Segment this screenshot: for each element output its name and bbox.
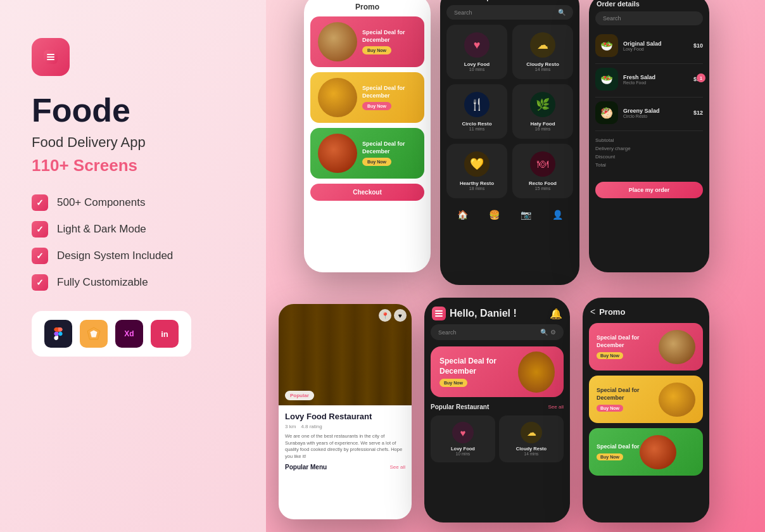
discount-row: Discount [595,154,703,160]
check-icon-1 [32,194,48,211]
lovy-food-name: Lovy Food [452,61,502,67]
phone2-search-text: Search [454,10,472,16]
screens-area: Promo Special Deal for December Buy Now … [266,0,765,532]
restaurant-card-recto[interactable]: 🍽 Recto Food 15 mins [512,144,573,198]
restaurant-photo: 📍 ♥ Popular [279,304,412,405]
check-icon-2 [32,221,48,238]
back-arrow-icon[interactable]: < [590,307,595,317]
check-icon-3 [32,248,48,264]
filter-icon-phone5[interactable]: ⚙ [550,329,556,336]
popular-restaurant-section: Popular Restaurant See all ♥ Lovy Food 1… [424,403,570,462]
app-tagline: Food Delivery App [32,134,234,151]
promo1-buy-btn[interactable]: Buy Now [362,46,391,54]
restaurant-card-hearthy[interactable]: 💛 Hearthy Resto 18 mins [446,144,507,198]
promo2-buy-btn[interactable]: Buy Now [362,102,391,110]
dark-promo2-text: Special Deal for December [597,387,659,402]
cloudy-mini-time: 14 mins [504,452,559,456]
feature-item-4: Fully Customizable [32,274,234,291]
promo3-buy-btn[interactable]: Buy Now [362,158,391,166]
notification-bell-icon[interactable]: 🔔 [550,308,562,320]
greeny-salad-info: Greeny Salad Circlo Resto [623,108,693,118]
popular-restaurant-title: Popular Restaurant [431,403,489,410]
checkout-button[interactable]: Checkout [310,184,424,201]
dark-promo-card-red: Special Deal for December Buy Now [589,323,703,370]
order-item-1: 🥗 Original Salad Lovy Food $10 [589,30,709,61]
recto-food-time: 15 mins [517,186,568,191]
lovy-mini-name: Lovy Food [436,446,490,452]
dark-promo-card-green: Special Deal for Buy Now [589,428,703,476]
see-all-popular-link[interactable]: See all [548,404,564,410]
fresh-salad-icon: 🥗 [595,68,618,91]
phone-home-daniel: Hello, Daniel ! 🔔 Search 🔍 ⚙ Special Dea… [424,298,570,522]
location-icon: 📍 [379,309,391,322]
restaurant-meta: 3 km 4.8 rating [285,424,405,429]
phone1-title: Promo [310,0,424,11]
phone-popular-restaurant: Popular Restaurant Search 🔍 ♥ Lovy Food … [440,0,579,285]
hearthy-resto-name: Hearthy Resto [452,180,502,186]
hearthy-resto-time: 18 mins [452,186,502,191]
phone5-search-text: Search [438,329,457,336]
restaurant-grid: ♥ Lovy Food 10 mins ☁ Cloudy Resto 14 mi… [440,25,579,198]
promo-card-red: Special Deal for December Buy Now [310,16,424,67]
mini-card-lovy[interactable]: ♥ Lovy Food 10 mins [431,415,495,462]
menu-icon-phone5[interactable] [432,307,446,320]
haty-food-name: Haty Food [517,121,568,127]
dark-promo2-food-image [659,383,695,417]
phone-restaurant-detail: 📍 ♥ Popular Lovy Food Restaurant 3 km 4.… [279,304,412,519]
phone3-search-bar[interactable]: Search [595,11,703,25]
popular-menu-title: Popular Menu [285,464,327,471]
dark-promo3-food-image [640,435,676,469]
promo-banner-button[interactable]: Buy Now [439,379,467,387]
phone-order-details: Order details Search 🥗 Original Salad Lo… [589,0,709,272]
phone-promo-list: Promo Special Deal for December Buy Now … [304,0,431,272]
circlo-resto-icon: 🍴 [464,92,490,117]
phone2-search-bar[interactable]: Search 🔍 [446,5,573,20]
cloudy-resto-name: Cloudy Resto [517,61,568,67]
original-salad-price: $10 [693,42,703,49]
subtotal-label: Subtotal [595,137,614,143]
nav-food-icon[interactable]: 🍔 [489,210,500,220]
recto-food-name: Recto Food [517,180,568,186]
fresh-salad-info: Fresh Salad Recto Food [623,74,693,85]
dark-promo-card-yellow: Special Deal for December Buy Now [589,376,703,423]
favorite-icon[interactable]: ♥ [394,309,407,322]
phone2-header-title: Popular Restaurant [440,0,579,5]
nav-camera-icon[interactable]: 📷 [521,210,531,220]
lovy-food-icon: ♥ [464,32,490,58]
restaurant-card-lovy[interactable]: ♥ Lovy Food 10 mins [446,25,507,79]
see-all-menu-link[interactable]: See all [390,464,405,470]
dark-promo1-text: Special Deal for December [597,334,659,349]
bottom-nav: 🏠 🍔 📷 👤 [440,203,579,226]
restaurant-card-haty[interactable]: 🌿 Haty Food 16 mins [512,84,573,139]
lovy-mini-time: 10 mins [436,452,490,456]
nav-home-icon[interactable]: 🏠 [457,210,468,220]
subtotal-row: Subtotal [595,137,703,143]
dark-promo2-btn[interactable]: Buy Now [597,405,623,412]
place-order-button[interactable]: Place my order [595,182,703,198]
promo3-text: Special Deal for December [362,141,417,155]
sketch-icon [80,320,108,348]
feature-item-3: Design System Included [32,248,234,264]
promo-card-yellow: Special Deal for December Buy Now [310,72,424,123]
figma-icon [44,320,72,348]
phone-dark-promo: < Promo Special Deal for December Buy No… [583,298,709,522]
menu-hamburger-icon [44,50,58,64]
dark-promo1-btn[interactable]: Buy Now [597,352,623,359]
distance-text: 3 km [285,424,296,429]
phone2-search-icon: 🔍 [558,9,566,16]
restaurant-card-circlo[interactable]: 🍴 Circlo Resto 11 mins [446,84,507,139]
recto-food-icon: 🍽 [530,151,555,177]
restaurant-detail-name: Lovy Food Restaurant [285,412,405,421]
order-summary: Subtotal Delivery charge Discount Total [589,131,709,177]
greeny-salad-name: Greeny Salad [623,108,693,114]
haty-food-time: 16 mins [517,127,568,131]
restaurant-card-cloudy[interactable]: ☁ Cloudy Resto 14 mins [512,25,573,79]
mini-card-cloudy[interactable]: ☁ Cloudy Resto 14 mins [499,415,564,462]
phone5-search-bar[interactable]: Search 🔍 ⚙ [431,324,564,340]
dark-promo3-btn[interactable]: Buy Now [597,453,623,460]
promo-card-green: Special Deal for December Buy Now [310,128,424,179]
cloudy-resto-icon: ☁ [530,32,555,58]
nav-profile-icon[interactable]: 👤 [552,210,563,220]
left-panel: Foode Food Delivery App 110+ Screens 500… [0,0,266,532]
cloudy-mini-icon: ☁ [521,422,542,443]
